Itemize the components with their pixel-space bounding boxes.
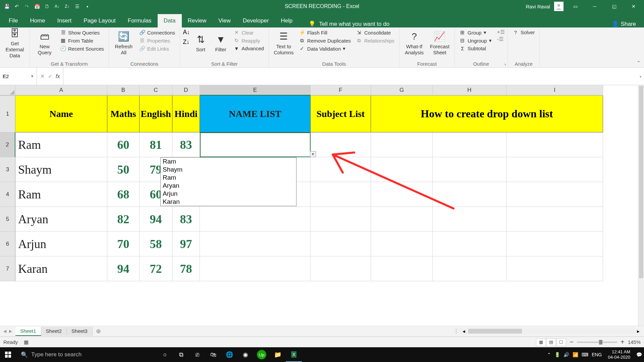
vertical-scrollbar[interactable]: [638, 85, 644, 326]
forecast-sheet-button[interactable]: 📈Forecast Sheet: [428, 29, 452, 58]
explorer-icon[interactable]: 📁: [270, 347, 286, 362]
cell[interactable]: [371, 132, 433, 157]
page-layout-button[interactable]: ▤: [546, 338, 556, 346]
excel-icon[interactable]: X: [286, 347, 302, 362]
cell[interactable]: 70: [107, 232, 140, 256]
cell[interactable]: 68: [107, 182, 140, 207]
dropdown-item[interactable]: Karan: [161, 198, 296, 206]
hide-detail-icon[interactable]: -☰: [497, 36, 505, 42]
notifications-icon[interactable]: 💬: [636, 352, 642, 357]
cell[interactable]: 97: [172, 232, 200, 256]
refresh-all-button[interactable]: 🔄Refresh All: [112, 29, 136, 58]
cancel-formula-icon[interactable]: ✕: [40, 73, 45, 79]
cell[interactable]: [433, 256, 506, 281]
cell[interactable]: [433, 157, 506, 182]
task-view-icon[interactable]: ⧉: [173, 347, 189, 362]
connections-button[interactable]: 🔗Connections: [137, 29, 177, 36]
cell[interactable]: [506, 256, 603, 281]
new-doc-icon[interactable]: 🗋: [43, 2, 51, 10]
dropdown-item[interactable]: Arjun: [161, 190, 296, 198]
dropdown-item[interactable]: Aryan: [161, 182, 296, 190]
enter-formula-icon[interactable]: ✓: [48, 73, 52, 79]
zoom-thumb[interactable]: [599, 340, 602, 345]
sort-button[interactable]: ⇅Sort: [191, 29, 210, 58]
tab-home[interactable]: Home: [24, 14, 51, 27]
row-header-5[interactable]: 5: [0, 207, 15, 232]
properties-button[interactable]: ☰Properties: [137, 37, 177, 44]
tab-data[interactable]: Data: [158, 14, 182, 27]
maximize-button[interactable]: ◱: [606, 0, 622, 13]
cell[interactable]: [311, 207, 371, 232]
tab-developer[interactable]: Developer: [237, 14, 275, 27]
cell[interactable]: [311, 157, 371, 182]
dropdown-item[interactable]: Ram: [161, 158, 296, 166]
col-header-I[interactable]: I: [506, 85, 603, 96]
header-cell[interactable]: How to create drop down list: [371, 96, 603, 132]
sort-asc-icon[interactable]: A↓: [53, 2, 61, 10]
undo-icon[interactable]: ↶: [13, 2, 21, 10]
subtotal-button[interactable]: ΣSubtotal: [458, 45, 494, 52]
zoom-out-button[interactable]: −: [570, 338, 574, 346]
flash-fill-button[interactable]: ⚡Flash Fill: [297, 29, 353, 36]
tab-nav-prev-icon[interactable]: ◀: [3, 329, 6, 334]
solver-button[interactable]: ?Solver: [511, 29, 537, 36]
cell[interactable]: 94: [107, 256, 140, 281]
dropdown-arrow-button[interactable]: ▼: [310, 151, 316, 157]
col-header-H[interactable]: H: [433, 85, 506, 96]
tab-insert[interactable]: Insert: [51, 14, 78, 27]
tray-expand-icon[interactable]: ⌃: [547, 352, 551, 357]
cell[interactable]: 78: [172, 256, 200, 281]
select-all-corner[interactable]: [0, 85, 15, 96]
what-if-button[interactable]: ?What-If Analysis: [402, 29, 426, 58]
cell[interactable]: [200, 256, 311, 281]
upwork-icon[interactable]: Up: [257, 350, 266, 359]
col-header-B[interactable]: B: [107, 85, 140, 96]
sort-az-icon[interactable]: A↓: [183, 29, 190, 36]
qat-customize-icon[interactable]: ▾: [83, 2, 91, 10]
reapply-button[interactable]: ↻Reapply: [231, 37, 266, 44]
cell[interactable]: [200, 232, 311, 256]
minimize-button[interactable]: ─: [587, 0, 602, 13]
dropdown-item[interactable]: Shaym: [161, 166, 296, 174]
form-icon[interactable]: ☰: [73, 2, 81, 10]
row-header-2[interactable]: 2: [0, 132, 15, 157]
add-sheet-button[interactable]: ⊕: [93, 327, 104, 335]
ungroup-button[interactable]: ⊟Ungroup ▾: [458, 37, 494, 44]
cell[interactable]: Aryan: [15, 207, 107, 232]
hscroll-thumb[interactable]: [468, 329, 522, 334]
cell[interactable]: [371, 182, 433, 207]
text-to-columns-button[interactable]: ☰Text to Columns: [272, 29, 296, 58]
cell[interactable]: [506, 232, 603, 256]
cell[interactable]: [371, 157, 433, 182]
sheet-tab-sheet3[interactable]: Sheet3: [67, 327, 93, 336]
battery-icon[interactable]: 🔋: [554, 352, 560, 357]
cell[interactable]: [371, 256, 433, 281]
cell[interactable]: [311, 182, 371, 207]
taskbar-search[interactable]: 🔍Type here to search: [16, 347, 157, 362]
network-icon[interactable]: 📶: [573, 352, 578, 357]
col-header-C[interactable]: C: [140, 85, 172, 96]
relationships-button[interactable]: ⧉Relationships: [354, 37, 396, 44]
header-cell[interactable]: NAME LIST: [200, 96, 311, 132]
taskbar-clock[interactable]: 12:41 AM 04-04-2020: [605, 349, 633, 360]
dropdown-item[interactable]: Ram: [161, 174, 296, 182]
cortana-icon[interactable]: ○: [157, 347, 173, 362]
cell[interactable]: [433, 232, 506, 256]
tab-review[interactable]: Review: [182, 14, 213, 27]
cell[interactable]: [433, 182, 506, 207]
cell[interactable]: 81: [140, 132, 172, 157]
hscroll-right-icon[interactable]: ▶: [635, 328, 641, 334]
language-indicator[interactable]: ENG: [592, 352, 602, 357]
filter-button[interactable]: ▼Filter: [211, 29, 230, 58]
hscroll-left-icon[interactable]: ◀: [461, 328, 467, 334]
header-cell[interactable]: Subject List: [311, 96, 371, 132]
cell[interactable]: 83: [172, 207, 200, 232]
redo-icon[interactable]: ↷: [23, 2, 31, 10]
expand-formula-icon[interactable]: ▾: [640, 74, 641, 78]
cell[interactable]: Karan: [15, 256, 107, 281]
cell[interactable]: [506, 157, 603, 182]
ribbon-display-icon[interactable]: ▭: [568, 0, 583, 13]
cell[interactable]: 72: [140, 256, 172, 281]
tab-formulas[interactable]: Formulas: [122, 14, 158, 27]
normal-view-button[interactable]: ▦: [536, 338, 546, 346]
